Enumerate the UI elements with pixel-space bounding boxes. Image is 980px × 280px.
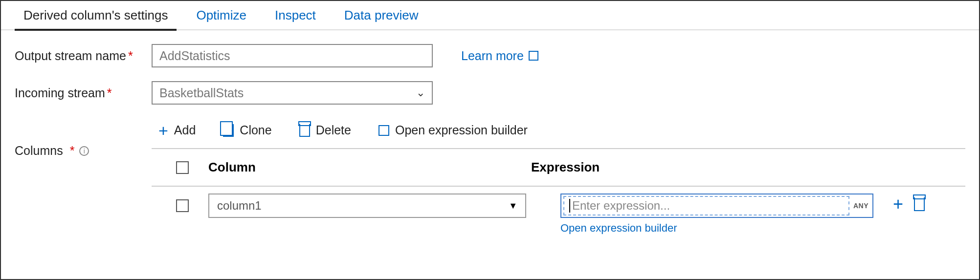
expression-placeholder: Enter expression... — [572, 199, 670, 213]
delete-row-button[interactable] — [914, 197, 925, 211]
header-expression: Expression — [531, 160, 600, 175]
required-asterisk: * — [107, 86, 112, 100]
learn-more-text: Learn more — [461, 49, 524, 63]
external-link-icon — [529, 51, 538, 61]
expression-input-wrapper[interactable]: Enter expression... ANY — [560, 194, 873, 218]
column-name-value: column1 — [217, 199, 262, 213]
columns-table-header: Column Expression — [152, 149, 965, 186]
delete-button-label: Delete — [316, 123, 351, 137]
add-button[interactable]: Add — [158, 123, 196, 137]
caret-down-icon: ▼ — [509, 201, 517, 211]
label-incoming-stream: Incoming stream* — [15, 86, 152, 100]
row-checkbox[interactable] — [176, 199, 189, 212]
label-columns-text: Columns — [15, 144, 63, 158]
table-row: column1 ▼ Enter expression... ANY Open e… — [152, 187, 965, 235]
label-output-stream: Output stream name* — [15, 49, 152, 63]
open-builder-label: Open expression builder — [395, 123, 528, 137]
tabs-bar: Derived column's settings Optimize Inspe… — [1, 1, 979, 30]
incoming-stream-value: BasketballStats — [159, 86, 244, 100]
required-asterisk: * — [128, 49, 133, 63]
clone-button-label: Clone — [240, 123, 271, 137]
expression-input[interactable]: Enter expression... — [563, 196, 849, 215]
text-cursor — [569, 199, 570, 213]
delete-button[interactable]: Delete — [299, 123, 351, 137]
trash-icon — [299, 124, 310, 137]
tab-inspect[interactable]: Inspect — [266, 1, 325, 30]
tab-derived-column-settings[interactable]: Derived column's settings — [15, 1, 177, 30]
columns-toolbar: Add Clone Delete Open expression builder — [152, 118, 965, 148]
open-expression-builder-link[interactable]: Open expression builder — [560, 222, 873, 235]
add-button-label: Add — [174, 123, 196, 137]
tab-data-preview[interactable]: Data preview — [335, 1, 427, 30]
label-columns: Columns * i — [15, 118, 152, 158]
label-incoming-stream-text: Incoming stream — [15, 86, 105, 100]
clone-icon — [223, 124, 234, 137]
chevron-down-icon: ⌄ — [416, 86, 425, 99]
required-asterisk: * — [70, 144, 75, 158]
open-expression-builder-button[interactable]: Open expression builder — [379, 123, 528, 137]
output-stream-name-input[interactable] — [152, 44, 433, 67]
add-row-button[interactable]: + — [893, 198, 903, 210]
column-name-select[interactable]: column1 ▼ — [208, 194, 526, 218]
tab-optimize[interactable]: Optimize — [187, 1, 255, 30]
info-icon[interactable]: i — [79, 146, 89, 156]
type-badge: ANY — [850, 202, 871, 210]
incoming-stream-select[interactable]: BasketballStats ⌄ — [152, 81, 433, 105]
clone-button[interactable]: Clone — [223, 123, 271, 137]
external-link-icon — [379, 125, 389, 136]
plus-icon — [158, 126, 168, 135]
label-output-stream-text: Output stream name — [15, 49, 126, 63]
learn-more-link[interactable]: Learn more — [461, 49, 538, 63]
select-all-checkbox[interactable] — [176, 161, 189, 174]
header-column: Column — [208, 160, 531, 175]
